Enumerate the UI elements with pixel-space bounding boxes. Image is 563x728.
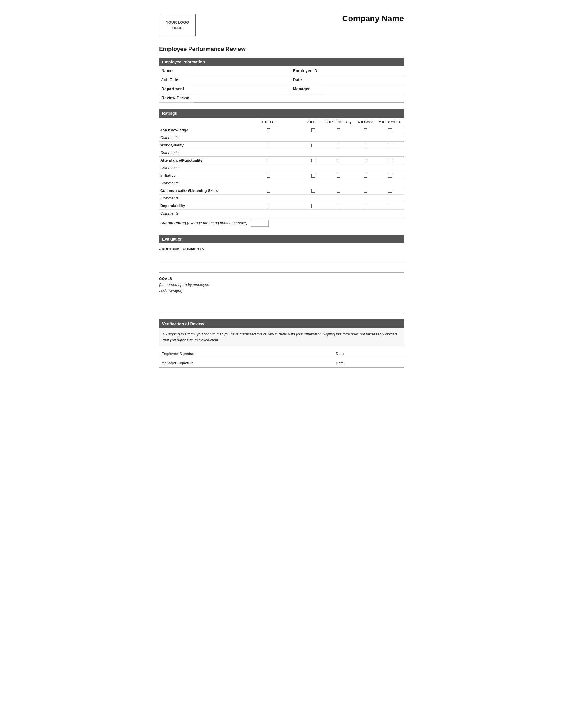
initiative-3[interactable] [322, 172, 355, 179]
job-title-value[interactable] [194, 75, 287, 84]
dependability-1[interactable] [232, 202, 304, 210]
checkbox-icon[interactable] [364, 144, 368, 147]
initiative-5[interactable] [376, 172, 404, 179]
initiative-2[interactable] [304, 172, 322, 179]
checkbox-icon[interactable] [364, 128, 368, 132]
communication-3[interactable] [322, 187, 355, 195]
goals-label: GOALS [159, 277, 404, 281]
attendance-comments-value[interactable] [232, 164, 404, 172]
manager-value[interactable] [322, 84, 404, 93]
work-quality-4[interactable] [355, 142, 376, 149]
checkbox-icon[interactable] [311, 144, 315, 147]
job-knowledge-3[interactable] [322, 126, 355, 134]
employee-date-value[interactable] [348, 349, 404, 358]
employee-id-value[interactable] [322, 66, 404, 75]
job-knowledge-4[interactable] [355, 126, 376, 134]
form-title: Employee Performance Review [159, 46, 404, 52]
overall-rating-cell: Overall Rating (average the rating numbe… [159, 217, 304, 229]
checkbox-icon[interactable] [337, 189, 340, 193]
checkbox-icon[interactable] [311, 204, 315, 208]
table-row: Employee Signature Date [159, 349, 404, 358]
dependability-comments-value[interactable] [232, 210, 404, 217]
checkbox-icon[interactable] [266, 159, 270, 162]
name-label: Name [159, 66, 194, 75]
checkbox-icon[interactable] [337, 204, 340, 208]
job-knowledge-1[interactable] [232, 126, 304, 134]
checkbox-icon[interactable] [266, 204, 270, 208]
manager-sig-value[interactable] [203, 358, 334, 368]
work-quality-comments-value[interactable] [232, 149, 404, 157]
work-quality-5[interactable] [376, 142, 404, 149]
additional-comments-line-2[interactable] [159, 263, 404, 273]
checkbox-icon[interactable] [364, 159, 368, 162]
checkbox-icon[interactable] [337, 159, 340, 162]
col-header-4: 4 = Good [355, 118, 376, 126]
dependability-3[interactable] [322, 202, 355, 210]
dependability-4[interactable] [355, 202, 376, 210]
work-quality-1[interactable] [232, 142, 304, 149]
checkbox-icon[interactable] [388, 189, 392, 193]
employee-sig-value[interactable] [203, 349, 334, 358]
checkbox-icon[interactable] [388, 204, 392, 208]
communication-4[interactable] [355, 187, 376, 195]
checkbox-icon[interactable] [311, 159, 315, 162]
verification-header: Verification of Review [159, 319, 404, 328]
name-value[interactable] [194, 66, 287, 75]
checkbox-icon[interactable] [388, 174, 392, 178]
additional-comments-line[interactable] [159, 252, 404, 261]
initiative-comments-value[interactable] [232, 179, 404, 187]
attendance-3[interactable] [322, 157, 355, 164]
department-value[interactable] [194, 84, 287, 93]
checkbox-icon[interactable] [388, 128, 392, 132]
checkbox-icon[interactable] [364, 189, 368, 193]
work-quality-2[interactable] [304, 142, 322, 149]
employee-info-header: Employee Information [159, 58, 404, 66]
initiative-4[interactable] [355, 172, 376, 179]
attendance-1[interactable] [232, 157, 304, 164]
checkbox-icon[interactable] [266, 144, 270, 147]
checkbox-icon[interactable] [364, 204, 368, 208]
verification-section: Verification of Review By signing this f… [159, 319, 404, 368]
checkbox-icon[interactable] [311, 174, 315, 178]
job-knowledge-5[interactable] [376, 126, 404, 134]
communication-comments-value[interactable] [232, 195, 404, 202]
work-quality-3[interactable] [322, 142, 355, 149]
table-row: Manager Signature Date [159, 358, 404, 368]
job-knowledge-2[interactable] [304, 126, 322, 134]
attendance-comments-label: Comments [159, 164, 232, 172]
table-row: Comments [159, 164, 404, 172]
dependability-5[interactable] [376, 202, 404, 210]
manager-sig-label: Manager Signature [159, 358, 203, 368]
manager-date-value[interactable] [348, 358, 404, 368]
job-knowledge-comments-value[interactable] [232, 134, 404, 142]
checkbox-icon[interactable] [388, 159, 392, 162]
checkbox-icon[interactable] [266, 128, 270, 132]
table-row: Attendance/Punctuality [159, 157, 404, 164]
checkbox-icon[interactable] [388, 144, 392, 147]
attendance-4[interactable] [355, 157, 376, 164]
checkbox-icon[interactable] [364, 174, 368, 178]
table-row: Comments [159, 195, 404, 202]
checkbox-icon[interactable] [266, 189, 270, 193]
checkbox-icon[interactable] [266, 174, 270, 178]
dependability-label: Dependability [159, 202, 232, 210]
checkbox-icon[interactable] [337, 128, 340, 132]
table-row: Initiative [159, 172, 404, 179]
review-period-value[interactable] [194, 93, 404, 103]
checkbox-icon[interactable] [337, 174, 340, 178]
checkbox-icon[interactable] [311, 128, 315, 132]
goals-area[interactable] [159, 296, 404, 313]
date-value[interactable] [322, 75, 404, 84]
initiative-1[interactable] [232, 172, 304, 179]
dependability-2[interactable] [304, 202, 322, 210]
checkbox-icon[interactable] [311, 189, 315, 193]
attendance-2[interactable] [304, 157, 322, 164]
checkbox-icon[interactable] [337, 144, 340, 147]
overall-rating-value[interactable] [251, 220, 269, 227]
table-row: Job Title Date [159, 75, 404, 84]
communication-5[interactable] [376, 187, 404, 195]
attendance-5[interactable] [376, 157, 404, 164]
communication-2[interactable] [304, 187, 322, 195]
communication-1[interactable] [232, 187, 304, 195]
employee-info-table: Name Employee ID Job Title Date Departme… [159, 66, 404, 103]
